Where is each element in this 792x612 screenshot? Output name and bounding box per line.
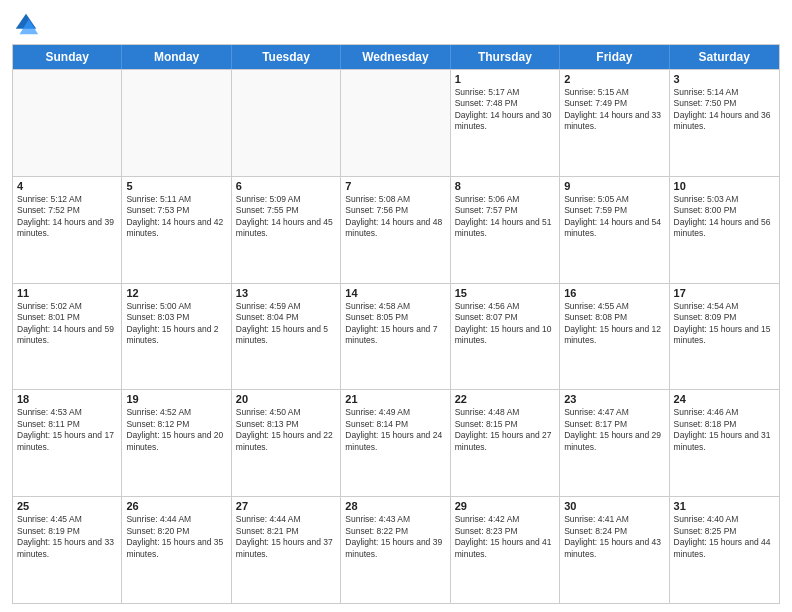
calendar-header-cell: Monday: [122, 45, 231, 69]
day-number: 7: [345, 180, 445, 192]
day-number: 18: [17, 393, 117, 405]
calendar-cell: 3Sunrise: 5:14 AM Sunset: 7:50 PM Daylig…: [670, 70, 779, 176]
calendar-row: 18Sunrise: 4:53 AM Sunset: 8:11 PM Dayli…: [13, 389, 779, 496]
day-number: 20: [236, 393, 336, 405]
calendar-cell: 13Sunrise: 4:59 AM Sunset: 8:04 PM Dayli…: [232, 284, 341, 390]
calendar-cell: 2Sunrise: 5:15 AM Sunset: 7:49 PM Daylig…: [560, 70, 669, 176]
cell-info: Sunrise: 5:11 AM Sunset: 7:53 PM Dayligh…: [126, 194, 226, 240]
calendar-cell: 24Sunrise: 4:46 AM Sunset: 8:18 PM Dayli…: [670, 390, 779, 496]
calendar-cell: 18Sunrise: 4:53 AM Sunset: 8:11 PM Dayli…: [13, 390, 122, 496]
day-number: 24: [674, 393, 775, 405]
calendar-cell: 28Sunrise: 4:43 AM Sunset: 8:22 PM Dayli…: [341, 497, 450, 603]
cell-info: Sunrise: 4:56 AM Sunset: 8:07 PM Dayligh…: [455, 301, 555, 347]
calendar-cell: 15Sunrise: 4:56 AM Sunset: 8:07 PM Dayli…: [451, 284, 560, 390]
cell-info: Sunrise: 5:08 AM Sunset: 7:56 PM Dayligh…: [345, 194, 445, 240]
calendar-cell: [13, 70, 122, 176]
calendar-cell: 12Sunrise: 5:00 AM Sunset: 8:03 PM Dayli…: [122, 284, 231, 390]
calendar-cell: 8Sunrise: 5:06 AM Sunset: 7:57 PM Daylig…: [451, 177, 560, 283]
cell-info: Sunrise: 4:44 AM Sunset: 8:20 PM Dayligh…: [126, 514, 226, 560]
day-number: 17: [674, 287, 775, 299]
cell-info: Sunrise: 4:54 AM Sunset: 8:09 PM Dayligh…: [674, 301, 775, 347]
day-number: 29: [455, 500, 555, 512]
calendar-cell: 25Sunrise: 4:45 AM Sunset: 8:19 PM Dayli…: [13, 497, 122, 603]
logo: [12, 10, 42, 38]
cell-info: Sunrise: 5:06 AM Sunset: 7:57 PM Dayligh…: [455, 194, 555, 240]
calendar-cell: 20Sunrise: 4:50 AM Sunset: 8:13 PM Dayli…: [232, 390, 341, 496]
day-number: 2: [564, 73, 664, 85]
calendar-cell: 9Sunrise: 5:05 AM Sunset: 7:59 PM Daylig…: [560, 177, 669, 283]
calendar-cell: 16Sunrise: 4:55 AM Sunset: 8:08 PM Dayli…: [560, 284, 669, 390]
cell-info: Sunrise: 4:53 AM Sunset: 8:11 PM Dayligh…: [17, 407, 117, 453]
header: [12, 10, 780, 38]
logo-icon: [12, 10, 40, 38]
calendar-cell: 27Sunrise: 4:44 AM Sunset: 8:21 PM Dayli…: [232, 497, 341, 603]
calendar-cell: 1Sunrise: 5:17 AM Sunset: 7:48 PM Daylig…: [451, 70, 560, 176]
calendar-row: 4Sunrise: 5:12 AM Sunset: 7:52 PM Daylig…: [13, 176, 779, 283]
day-number: 6: [236, 180, 336, 192]
calendar-cell: [122, 70, 231, 176]
day-number: 16: [564, 287, 664, 299]
day-number: 12: [126, 287, 226, 299]
page: SundayMondayTuesdayWednesdayThursdayFrid…: [0, 0, 792, 612]
calendar-cell: [232, 70, 341, 176]
calendar-row: 1Sunrise: 5:17 AM Sunset: 7:48 PM Daylig…: [13, 69, 779, 176]
cell-info: Sunrise: 5:03 AM Sunset: 8:00 PM Dayligh…: [674, 194, 775, 240]
calendar-cell: 11Sunrise: 5:02 AM Sunset: 8:01 PM Dayli…: [13, 284, 122, 390]
cell-info: Sunrise: 4:49 AM Sunset: 8:14 PM Dayligh…: [345, 407, 445, 453]
day-number: 4: [17, 180, 117, 192]
calendar-cell: [341, 70, 450, 176]
day-number: 21: [345, 393, 445, 405]
cell-info: Sunrise: 5:17 AM Sunset: 7:48 PM Dayligh…: [455, 87, 555, 133]
day-number: 8: [455, 180, 555, 192]
calendar-cell: 10Sunrise: 5:03 AM Sunset: 8:00 PM Dayli…: [670, 177, 779, 283]
calendar-row: 25Sunrise: 4:45 AM Sunset: 8:19 PM Dayli…: [13, 496, 779, 603]
day-number: 15: [455, 287, 555, 299]
day-number: 11: [17, 287, 117, 299]
calendar-header-row: SundayMondayTuesdayWednesdayThursdayFrid…: [13, 45, 779, 69]
cell-info: Sunrise: 4:58 AM Sunset: 8:05 PM Dayligh…: [345, 301, 445, 347]
cell-info: Sunrise: 4:55 AM Sunset: 8:08 PM Dayligh…: [564, 301, 664, 347]
calendar-cell: 4Sunrise: 5:12 AM Sunset: 7:52 PM Daylig…: [13, 177, 122, 283]
day-number: 3: [674, 73, 775, 85]
cell-info: Sunrise: 5:05 AM Sunset: 7:59 PM Dayligh…: [564, 194, 664, 240]
cell-info: Sunrise: 4:47 AM Sunset: 8:17 PM Dayligh…: [564, 407, 664, 453]
cell-info: Sunrise: 5:09 AM Sunset: 7:55 PM Dayligh…: [236, 194, 336, 240]
calendar-cell: 19Sunrise: 4:52 AM Sunset: 8:12 PM Dayli…: [122, 390, 231, 496]
cell-info: Sunrise: 5:15 AM Sunset: 7:49 PM Dayligh…: [564, 87, 664, 133]
calendar-header-cell: Sunday: [13, 45, 122, 69]
calendar-cell: 7Sunrise: 5:08 AM Sunset: 7:56 PM Daylig…: [341, 177, 450, 283]
day-number: 22: [455, 393, 555, 405]
calendar-body: 1Sunrise: 5:17 AM Sunset: 7:48 PM Daylig…: [13, 69, 779, 603]
cell-info: Sunrise: 4:40 AM Sunset: 8:25 PM Dayligh…: [674, 514, 775, 560]
cell-info: Sunrise: 4:50 AM Sunset: 8:13 PM Dayligh…: [236, 407, 336, 453]
day-number: 5: [126, 180, 226, 192]
day-number: 10: [674, 180, 775, 192]
cell-info: Sunrise: 4:59 AM Sunset: 8:04 PM Dayligh…: [236, 301, 336, 347]
cell-info: Sunrise: 4:45 AM Sunset: 8:19 PM Dayligh…: [17, 514, 117, 560]
cell-info: Sunrise: 5:12 AM Sunset: 7:52 PM Dayligh…: [17, 194, 117, 240]
cell-info: Sunrise: 4:41 AM Sunset: 8:24 PM Dayligh…: [564, 514, 664, 560]
calendar-cell: 30Sunrise: 4:41 AM Sunset: 8:24 PM Dayli…: [560, 497, 669, 603]
day-number: 9: [564, 180, 664, 192]
calendar-cell: 29Sunrise: 4:42 AM Sunset: 8:23 PM Dayli…: [451, 497, 560, 603]
day-number: 26: [126, 500, 226, 512]
calendar-row: 11Sunrise: 5:02 AM Sunset: 8:01 PM Dayli…: [13, 283, 779, 390]
cell-info: Sunrise: 4:46 AM Sunset: 8:18 PM Dayligh…: [674, 407, 775, 453]
calendar: SundayMondayTuesdayWednesdayThursdayFrid…: [12, 44, 780, 604]
cell-info: Sunrise: 4:43 AM Sunset: 8:22 PM Dayligh…: [345, 514, 445, 560]
cell-info: Sunrise: 5:14 AM Sunset: 7:50 PM Dayligh…: [674, 87, 775, 133]
day-number: 13: [236, 287, 336, 299]
cell-info: Sunrise: 5:00 AM Sunset: 8:03 PM Dayligh…: [126, 301, 226, 347]
day-number: 1: [455, 73, 555, 85]
calendar-header-cell: Friday: [560, 45, 669, 69]
calendar-header-cell: Saturday: [670, 45, 779, 69]
day-number: 23: [564, 393, 664, 405]
calendar-cell: 17Sunrise: 4:54 AM Sunset: 8:09 PM Dayli…: [670, 284, 779, 390]
calendar-cell: 6Sunrise: 5:09 AM Sunset: 7:55 PM Daylig…: [232, 177, 341, 283]
cell-info: Sunrise: 4:52 AM Sunset: 8:12 PM Dayligh…: [126, 407, 226, 453]
day-number: 31: [674, 500, 775, 512]
calendar-cell: 23Sunrise: 4:47 AM Sunset: 8:17 PM Dayli…: [560, 390, 669, 496]
calendar-cell: 22Sunrise: 4:48 AM Sunset: 8:15 PM Dayli…: [451, 390, 560, 496]
calendar-header-cell: Wednesday: [341, 45, 450, 69]
day-number: 30: [564, 500, 664, 512]
